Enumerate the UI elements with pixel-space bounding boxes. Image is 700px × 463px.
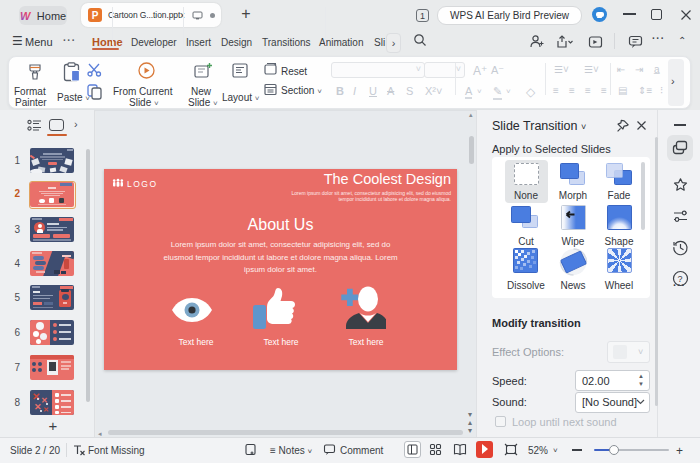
svg-text:W: W — [20, 10, 32, 21]
